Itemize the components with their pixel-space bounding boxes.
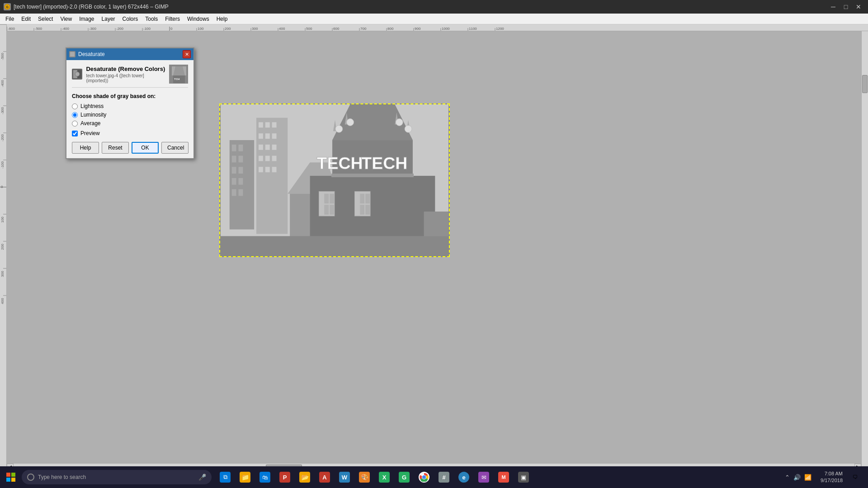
cancel-button[interactable]: Cancel [161,142,189,154]
dialog-header-text: Desaturate (Remove Colors) tech tower.jp… [86,66,165,83]
dialog-close-button[interactable]: ✕ [183,50,191,58]
dialog-titlebar: Desaturate ✕ [66,48,193,60]
taskbar-app-word[interactable]: W [335,467,354,487]
menu-edit[interactable]: Edit [18,15,34,23]
option-luminosity[interactable]: Luminosity [72,112,188,118]
windows-logo-icon [6,473,15,482]
svg-text:300: 300 [0,271,5,277]
chrome-icon [419,472,429,483]
notification-button[interactable]: 🗨 [848,470,863,484]
title-bar-controls: ─ □ ✕ [827,2,864,12]
menu-windows[interactable]: Windows [184,15,213,23]
radio-average[interactable] [72,121,78,127]
menu-view[interactable]: View [57,15,75,23]
svg-text:400: 400 [0,298,5,304]
volume-icon[interactable]: 🔊 [793,474,801,481]
dialog-title-text: Desaturate [78,51,105,57]
taskbar-app-mail[interactable]: ✉ [474,467,494,487]
system-tray-icons: ⌃ 🔊 📶 [781,474,815,481]
svg-rect-81 [265,145,270,150]
radio-luminosity[interactable] [72,112,78,118]
option-lightness[interactable]: Lightness [72,103,188,109]
svg-text:1000: 1000 [442,27,450,31]
svg-rect-63 [232,145,236,151]
microphone-icon[interactable]: 🎤 [198,474,206,481]
chevron-up-icon[interactable]: ⌃ [785,474,790,481]
option-average[interactable]: Average [72,120,188,127]
search-placeholder-text: Type here to search [38,474,86,480]
search-icon [27,474,34,481]
svg-rect-114 [360,205,364,215]
taskbar-app-powerpoint[interactable]: P [275,467,295,487]
taskbar-app-excel[interactable]: X [374,467,394,487]
reset-button[interactable]: Reset [102,142,129,154]
close-button[interactable]: ✕ [853,2,864,12]
svg-rect-76 [272,122,277,128]
scrollbar-right[interactable] [861,31,868,470]
menu-layer[interactable]: Layer [98,15,119,23]
taskbar-app-file-manager[interactable]: 📂 [295,467,315,487]
ok-button[interactable]: OK [132,142,159,154]
taskbar-app-acrobat[interactable]: A [315,467,335,487]
preview-option[interactable]: Preview [72,130,188,136]
start-button[interactable] [0,466,22,488]
menu-file[interactable]: File [2,15,18,23]
taskbar-search[interactable]: Type here to search 🎤 [22,470,212,484]
svg-rect-86 [259,167,263,172]
taskbar-app-store[interactable]: 🛍 [255,467,275,487]
dialog-effect-title: Desaturate (Remove Colors) [86,66,165,72]
file-explorer-icon: 📁 [240,472,250,483]
svg-text:800: 800 [387,27,394,31]
menu-filters[interactable]: Filters [161,15,184,23]
svg-text:400: 400 [279,27,285,31]
svg-rect-119 [70,52,75,56]
svg-point-101 [347,119,354,126]
taskbar-app-calculator[interactable]: # [434,467,454,487]
svg-text:TCH: TCH [174,78,179,80]
svg-rect-99 [331,174,414,177]
menu-image[interactable]: Image [75,15,98,23]
svg-rect-117 [221,236,448,256]
menu-colors[interactable]: Colors [119,15,142,23]
taskbar-app-extra[interactable]: ▣ [514,467,533,487]
menu-bar: File Edit Select View Image Layer Colors… [0,14,868,24]
acrobat-icon: A [319,472,330,483]
taskbar-clock[interactable]: 7:08 AM 9/17/2018 [817,470,846,484]
taskbar-app-chrome[interactable] [414,467,434,487]
taskbar-app-task-view[interactable]: ⧉ [215,467,235,487]
svg-text:1200: 1200 [496,27,504,31]
taskbar-app-green[interactable]: G [394,467,414,487]
taskbar-app-file-explorer[interactable]: 📁 [235,467,255,487]
menu-help[interactable]: Help [213,15,231,23]
calculator-icon: # [439,472,449,483]
menu-select[interactable]: Select [34,15,57,23]
minimize-button[interactable]: ─ [827,2,839,12]
svg-rect-82 [272,145,277,150]
desaturate-dialog: Desaturate ✕ Desaturate (Remove Colors) [66,47,194,159]
notification-icon: 🗨 [853,474,858,480]
clock-time: 7:08 AM [821,470,843,477]
help-button[interactable]: Help [72,142,99,154]
svg-rect-115 [365,205,370,215]
svg-text:-400: -400 [62,27,70,31]
vertical-scroll-thumb[interactable] [862,75,868,93]
maximize-button[interactable]: □ [840,2,852,12]
radio-lightness[interactable] [72,103,78,109]
preview-checkbox[interactable] [72,131,78,136]
svg-text:0: 0 [1,185,3,189]
preview-label: Preview [80,130,100,136]
desaturate-dialog-icon [69,51,75,57]
svg-rect-130 [6,478,10,482]
svg-rect-72 [239,189,243,196]
svg-rect-65 [232,156,236,163]
svg-text:-500: -500 [35,27,42,31]
menu-tools[interactable]: Tools [142,15,161,23]
svg-rect-107 [324,194,329,204]
network-icon[interactable]: 📶 [804,474,811,481]
taskbar-app-ie[interactable]: e [454,467,474,487]
matlab-icon: M [498,472,509,483]
taskbar-app-matlab[interactable]: M [494,467,514,487]
taskbar-app-paint[interactable]: 🎨 [354,467,374,487]
average-label: Average [80,120,100,127]
store-icon: 🛍 [259,472,270,483]
